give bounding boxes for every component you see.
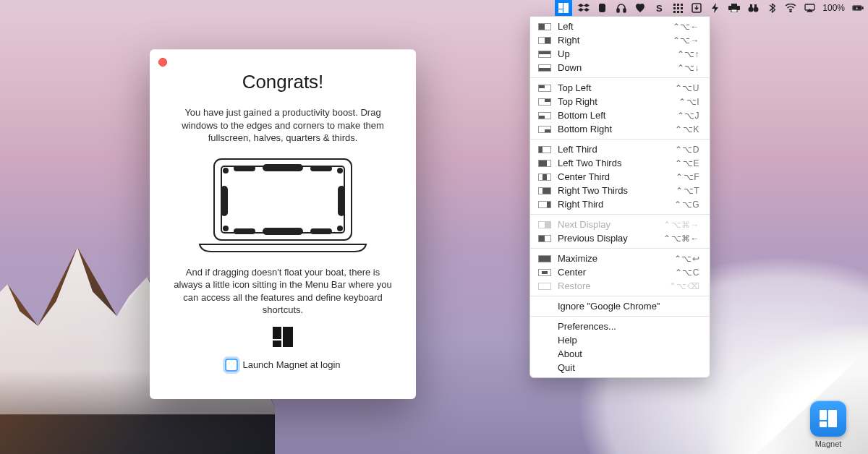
menu-item-label: Ignore "Google Chrome" <box>558 301 699 312</box>
menubar: S 100% <box>0 0 868 16</box>
menu-item-shortcut: ⌃⌥⌫ <box>669 281 700 291</box>
svg-rect-28 <box>221 166 344 233</box>
menu-item-label: Top Right <box>558 96 678 107</box>
menu-item-label: Center Third <box>558 171 676 182</box>
download-icon[interactable] <box>691 2 702 14</box>
headphones-icon[interactable] <box>616 2 627 14</box>
svg-rect-45 <box>820 421 827 427</box>
desktop: S 100% Left ⌃⌥← Right ⌃⌥→ Up <box>0 0 868 454</box>
menu-item-label: Restore <box>558 280 669 291</box>
heart-icon[interactable] <box>634 2 646 14</box>
menu-item-shortcut: ⌃⌥⌘→ <box>663 220 699 230</box>
window-position-glyph <box>537 221 552 228</box>
menu-item[interactable]: Maximize ⌃⌥↩ <box>530 252 710 265</box>
launch-at-login-checkbox[interactable] <box>225 359 238 372</box>
menu-item-label: Up <box>558 48 677 59</box>
menu-item[interactable]: Right Third ⌃⌥G <box>530 197 710 211</box>
dock-app-label: Magnet <box>815 440 842 448</box>
menu-item-label: Left <box>558 21 673 32</box>
menu-item[interactable]: Top Left ⌃⌥U <box>530 81 710 95</box>
svg-rect-13 <box>681 11 683 13</box>
grid-icon[interactable] <box>672 2 684 14</box>
menu-item[interactable]: Help <box>530 333 710 347</box>
menu-separator <box>530 77 710 78</box>
menu-item[interactable]: Preferences... <box>530 320 710 333</box>
menu-item[interactable]: Ignore "Google Chrome" <box>530 299 710 313</box>
menu-item-label: Right Third <box>558 199 674 210</box>
window-position-glyph <box>537 187 552 194</box>
menu-item[interactable]: Quit <box>530 361 710 374</box>
svg-rect-1 <box>558 9 563 13</box>
svg-rect-5 <box>673 4 676 6</box>
window-title: Congrats! <box>170 71 396 93</box>
menu-item[interactable]: Center Third ⌃⌥F <box>530 170 710 184</box>
svg-rect-16 <box>731 4 737 6</box>
menu-item[interactable]: About <box>530 347 710 361</box>
battery-percent: 100% <box>822 3 845 13</box>
evernote-icon[interactable] <box>597 2 608 14</box>
menu-item[interactable]: Right ⌃⌥→ <box>530 33 710 47</box>
menu-item-shortcut: ⌃⌥D <box>675 145 699 155</box>
svg-rect-43 <box>283 327 293 347</box>
menu-separator <box>530 139 710 140</box>
svg-point-32 <box>338 226 342 231</box>
window-close-button[interactable] <box>158 58 167 67</box>
menu-item-label: Top Left <box>558 82 675 93</box>
bolt-icon[interactable] <box>710 2 721 14</box>
menu-item[interactable]: Center ⌃⌥C <box>530 265 710 279</box>
menu-item[interactable]: Left Third ⌃⌥D <box>530 142 710 156</box>
printer-icon[interactable] <box>728 2 740 14</box>
menu-item-label: Quit <box>558 362 699 373</box>
menu-item[interactable]: Bottom Right ⌃⌥K <box>530 122 710 136</box>
menu-item-label: Left Third <box>558 144 675 155</box>
menu-item-shortcut: ⌃⌥F <box>676 172 699 182</box>
svg-rect-40 <box>311 229 331 234</box>
wifi-icon[interactable] <box>785 2 796 14</box>
window-position-glyph <box>537 160 552 167</box>
magnet-menubar-icon[interactable] <box>555 0 572 16</box>
launch-at-login-row[interactable]: Launch Magnet at login <box>170 359 396 372</box>
s-icon[interactable]: S <box>653 2 665 14</box>
svg-rect-39 <box>234 229 255 234</box>
svg-rect-9 <box>677 7 679 9</box>
svg-rect-17 <box>731 9 737 12</box>
svg-rect-35 <box>221 187 227 215</box>
svg-point-30 <box>338 168 342 173</box>
svg-rect-46 <box>828 410 837 427</box>
bluetooth-icon[interactable] <box>766 2 778 14</box>
menu-item[interactable]: Previous Display ⌃⌥⌘← <box>530 231 710 245</box>
svg-rect-21 <box>754 4 757 8</box>
menu-item[interactable]: Top Right ⌃⌥I <box>530 95 710 108</box>
svg-rect-6 <box>677 4 679 6</box>
menu-item[interactable]: Bottom Left ⌃⌥J <box>530 108 710 122</box>
window-position-glyph <box>537 201 552 208</box>
svg-rect-10 <box>681 7 683 9</box>
menu-item[interactable]: Down ⌃⌥↓ <box>530 61 710 74</box>
window-position-glyph <box>537 23 552 30</box>
laptop-illustration <box>170 155 396 256</box>
svg-rect-7 <box>681 4 683 6</box>
menu-item[interactable]: Right Two Thirds ⌃⌥T <box>530 184 710 197</box>
binoculars-icon[interactable] <box>747 2 759 14</box>
window-position-glyph <box>537 235 552 242</box>
svg-rect-42 <box>273 340 281 347</box>
airplay-icon[interactable] <box>804 2 815 14</box>
menu-item-shortcut: ⌃⌥↑ <box>677 49 700 59</box>
menu-item[interactable]: Left Two Thirds ⌃⌥E <box>530 156 710 170</box>
magnet-app-icon[interactable] <box>810 401 846 437</box>
magnet-logo-icon <box>170 327 396 347</box>
menu-item[interactable]: Up ⌃⌥↑ <box>530 47 710 61</box>
menu-item[interactable]: Left ⌃⌥← <box>530 20 710 33</box>
svg-rect-8 <box>673 7 676 9</box>
launch-at-login-label: Launch Magnet at login <box>242 359 340 370</box>
svg-rect-26 <box>862 7 863 9</box>
menu-item-label: Right <box>558 35 673 46</box>
battery-icon[interactable] <box>852 2 864 14</box>
dock-app-magnet[interactable]: Magnet <box>810 401 846 448</box>
menu-item-label: Next Display <box>558 219 663 230</box>
menu-item-shortcut: ⌃⌥← <box>673 22 700 32</box>
menu-item-label: Left Two Thirds <box>558 158 675 168</box>
dropbox-icon[interactable] <box>578 2 590 14</box>
menu-item-label: Maximize <box>558 253 674 264</box>
svg-rect-44 <box>820 410 827 420</box>
